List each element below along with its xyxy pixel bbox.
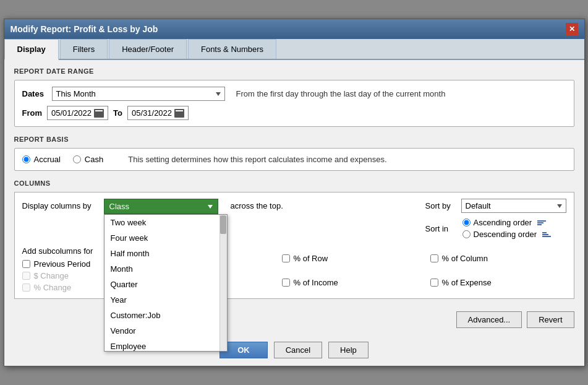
- dollar-change-checkbox[interactable]: [22, 272, 30, 280]
- descending-sort-icon: [542, 232, 551, 237]
- sort-in-row: Sort in Ascending order: [425, 218, 566, 239]
- dropdown-scroll: Two week Four week Half month Month Quar…: [104, 215, 227, 351]
- dialog-content: REPORT DATE RANGE Dates This Month From …: [4, 60, 584, 337]
- dropdown-scrollbar-thumb: [220, 215, 226, 234]
- dates-row: Dates This Month From the first day thro…: [22, 87, 566, 101]
- previous-period-checkbox[interactable]: [22, 260, 30, 268]
- dropdown-item-customer-job[interactable]: Customer:Job: [104, 308, 227, 323]
- report-basis-section: REPORT BASIS Accrual Cash This setting d…: [14, 136, 574, 171]
- columns-section: COLUMNS Display columns by Class: [14, 180, 574, 299]
- sort-by-row: Sort by Default: [425, 199, 566, 213]
- to-calendar-icon[interactable]: [174, 109, 184, 118]
- from-date-value: 05/01/2022: [51, 108, 92, 118]
- to-label: To: [113, 108, 122, 118]
- sort-by-arrow: [557, 204, 562, 208]
- dropdown-item-two-week[interactable]: Two week: [104, 215, 227, 230]
- columns-dropdown-list: Two week Four week Half month Month Quar…: [104, 214, 228, 352]
- pct-col-checkbox[interactable]: [430, 254, 438, 262]
- sort-area: Sort by Default Sort in Asce: [425, 199, 566, 239]
- from-calendar-icon[interactable]: [94, 109, 104, 118]
- modify-report-dialog: Modify Report: Profit & Loss by Job ✕ Di…: [4, 19, 585, 366]
- tab-header-footer[interactable]: Header/Footer: [109, 39, 187, 59]
- previous-period-label[interactable]: Previous Period: [34, 259, 91, 269]
- accrual-radio[interactable]: [22, 155, 30, 163]
- date-range-label: REPORT DATE RANGE: [14, 67, 574, 75]
- dates-value: This Month: [56, 89, 96, 98]
- pct-income-checkbox[interactable]: [282, 279, 290, 287]
- pct-row-label[interactable]: % of Row: [294, 254, 328, 263]
- accrual-label[interactable]: Accrual: [34, 155, 61, 164]
- percent-change-label: % Change: [34, 283, 72, 292]
- columns-inner: Display columns by Class Two week Four w: [14, 192, 574, 299]
- ascending-radio-option: Ascending order: [462, 218, 552, 227]
- ascending-label[interactable]: Ascending order: [474, 218, 532, 227]
- from-label: From: [22, 108, 43, 118]
- pct-row-checkbox[interactable]: [282, 254, 290, 262]
- tab-filters[interactable]: Filters: [60, 39, 108, 59]
- cash-label[interactable]: Cash: [85, 155, 103, 164]
- dates-dropdown-arrow: [216, 92, 221, 96]
- tab-bar: Display Filters Header/Footer Fonts & Nu…: [4, 39, 584, 60]
- row-checkbox-item: % of Row: [282, 249, 418, 268]
- ascending-sort-icon: [537, 220, 546, 225]
- columns-top-row: Display columns by Class Two week Four w: [22, 199, 566, 239]
- dollar-change-label: $ Change: [34, 271, 69, 280]
- from-date-input[interactable]: 05/01/2022: [47, 106, 108, 120]
- advanced-button[interactable]: Advanced...: [456, 311, 522, 328]
- help-button[interactable]: Help: [328, 342, 369, 358]
- pct-expense-label[interactable]: % of Expense: [442, 278, 492, 287]
- income-checkbox-item: % of Income: [282, 273, 418, 292]
- columns-dropdown-container: Class Two week Four week Half month Mont…: [104, 199, 218, 214]
- cash-radio[interactable]: [73, 155, 81, 163]
- col-checkbox-item: % of Column: [430, 249, 566, 268]
- date-range-hint: From the first day through the last day …: [236, 89, 446, 98]
- cash-radio-group: Cash: [73, 155, 103, 164]
- pct-income-label[interactable]: % of Income: [294, 278, 338, 287]
- basis-label: REPORT BASIS: [14, 136, 574, 143]
- dropdown-item-month[interactable]: Month: [104, 261, 227, 277]
- date-range-inner: Dates This Month From the first day thro…: [14, 80, 574, 127]
- columns-dropdown-arrow: [208, 205, 213, 209]
- cancel-button[interactable]: Cancel: [274, 342, 322, 358]
- across-top-text: across the top.: [231, 201, 283, 210]
- sort-in-label: Sort in: [425, 224, 456, 233]
- from-to-row: From 05/01/2022 To 05/31/2022: [22, 106, 566, 120]
- close-button[interactable]: ✕: [566, 23, 578, 35]
- sort-by-dropdown[interactable]: Default: [461, 199, 566, 213]
- advanced-revert-row: Advanced... Revert: [14, 308, 574, 329]
- sort-by-label: Sort by: [425, 201, 456, 210]
- dropdown-item-quarter[interactable]: Quarter: [104, 277, 227, 292]
- columns-label: COLUMNS: [14, 180, 574, 187]
- dropdown-item-employee[interactable]: Employee: [104, 339, 227, 351]
- ascending-radio[interactable]: [462, 218, 471, 227]
- dropdown-item-year[interactable]: Year: [104, 292, 227, 308]
- dropdown-item-half-month[interactable]: Half month: [104, 246, 227, 261]
- dropdown-scrollbar[interactable]: [219, 215, 227, 351]
- to-date-value: 05/31/2022: [132, 108, 172, 118]
- pct-expense-checkbox[interactable]: [430, 279, 438, 287]
- tab-display[interactable]: Display: [4, 39, 59, 60]
- title-bar: Modify Report: Profit & Loss by Job ✕: [4, 19, 584, 39]
- dialog-title: Modify Report: Profit & Loss by Job: [11, 24, 158, 34]
- display-cols-label: Display columns by: [22, 201, 92, 210]
- descending-radio-option: Descending order: [462, 230, 552, 239]
- dropdown-item-vendor[interactable]: Vendor: [104, 323, 227, 339]
- pct-col-label[interactable]: % of Column: [442, 254, 488, 263]
- descending-label[interactable]: Descending order: [474, 230, 537, 239]
- basis-hint: This setting determines how this report …: [128, 155, 386, 164]
- descending-radio[interactable]: [462, 230, 471, 238]
- revert-button[interactable]: Revert: [527, 311, 574, 328]
- basis-row: Accrual Cash This setting determines how…: [22, 155, 566, 164]
- report-date-range-section: REPORT DATE RANGE Dates This Month From …: [14, 67, 574, 127]
- tab-fonts-numbers[interactable]: Fonts & Numbers: [188, 39, 276, 59]
- dropdown-item-four-week[interactable]: Four week: [104, 230, 227, 246]
- accrual-radio-group: Accrual: [22, 155, 61, 164]
- basis-inner: Accrual Cash This setting determines how…: [14, 148, 574, 171]
- to-date-input[interactable]: 05/31/2022: [127, 106, 189, 120]
- expense-checkbox-item: % of Expense: [430, 273, 566, 292]
- bottom-buttons: OK Cancel Help: [4, 337, 584, 366]
- sort-by-value: Default: [466, 201, 491, 210]
- columns-dropdown[interactable]: Class: [104, 199, 218, 214]
- percent-change-checkbox[interactable]: [22, 283, 30, 292]
- dates-dropdown[interactable]: This Month: [52, 87, 225, 101]
